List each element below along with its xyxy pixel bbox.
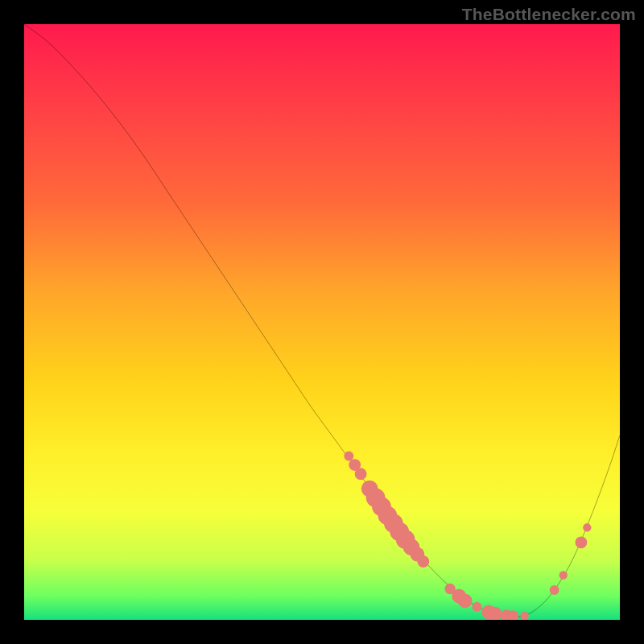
curve-markers bbox=[344, 452, 591, 620]
curve-marker bbox=[472, 602, 481, 612]
curve-marker bbox=[559, 571, 568, 579]
curve-layer bbox=[24, 24, 620, 620]
curve-marker bbox=[520, 612, 528, 620]
bottleneck-curve bbox=[24, 24, 620, 617]
curve-marker bbox=[417, 555, 429, 568]
curve-marker bbox=[344, 452, 353, 461]
plot-area bbox=[24, 24, 620, 620]
curve-marker bbox=[355, 468, 367, 480]
curve-marker bbox=[583, 523, 591, 531]
chart-stage: TheBottlenecker.com bbox=[0, 0, 644, 644]
curve-marker bbox=[550, 585, 559, 595]
curve-marker bbox=[576, 536, 588, 548]
attribution-label: TheBottlenecker.com bbox=[462, 5, 636, 24]
curve-marker bbox=[458, 593, 473, 608]
